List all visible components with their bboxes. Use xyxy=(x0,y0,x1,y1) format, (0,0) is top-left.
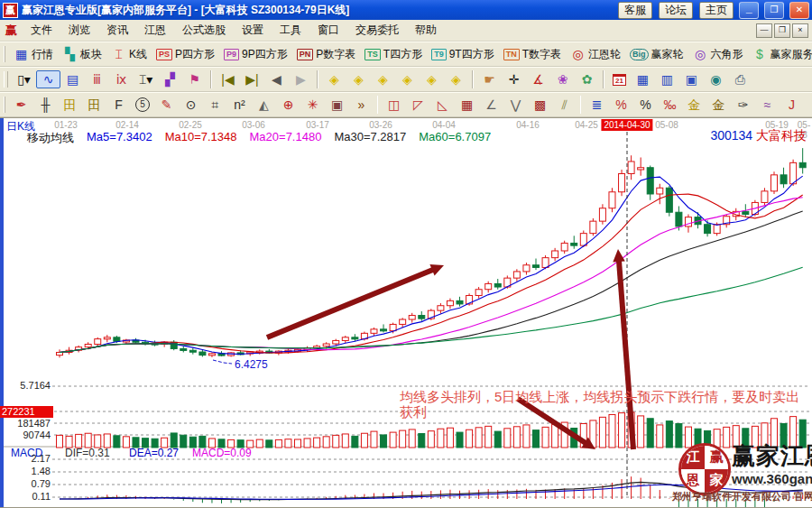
homepage-button[interactable]: 主页 xyxy=(699,2,734,19)
quotes-button[interactable]: ▦行情 xyxy=(9,45,58,64)
target-cross-button[interactable]: ⊕ xyxy=(276,96,300,114)
menu-gann[interactable]: 江恩 xyxy=(136,20,174,41)
sectors-button[interactable]: ▚板块 xyxy=(58,45,106,64)
info-list-button[interactable]: ▤ xyxy=(60,70,85,88)
9p-square-button[interactable]: P99P四方形 xyxy=(219,45,292,64)
v-line-button[interactable]: ⋁ xyxy=(503,96,528,114)
net-grid-button[interactable]: ▩ xyxy=(528,96,552,114)
compass-circle-button[interactable]: ⊙ xyxy=(179,96,203,114)
box-grid-button[interactable]: ▦ xyxy=(455,96,479,114)
box-fan-button[interactable]: ◺ xyxy=(430,96,455,114)
notepad-button[interactable]: ▥ xyxy=(655,70,679,88)
rail-tool-button[interactable]: ╫ xyxy=(33,96,58,114)
hexagon-button[interactable]: ◎六角形 xyxy=(688,45,748,64)
menu-tools[interactable]: 工具 xyxy=(272,20,309,41)
spiral-5-button[interactable]: 5 xyxy=(131,96,154,114)
ratio-table-button[interactable]: ≣ xyxy=(585,96,609,114)
wave-tool-button[interactable]: ≈ xyxy=(755,96,780,114)
toolbar-label: 行情 xyxy=(32,47,53,62)
color-flag-button[interactable]: ⚑ xyxy=(182,70,207,88)
expand-all-diamond-button[interactable]: ◈ xyxy=(420,70,444,88)
mdi-restore-button[interactable]: ❐ xyxy=(774,23,790,38)
fan-lines-button[interactable]: ◸ xyxy=(406,96,430,114)
prev-bar-button[interactable]: ◀ xyxy=(264,70,289,88)
menu-help[interactable]: 帮助 xyxy=(407,20,445,41)
pen-knife-button[interactable]: ✑ xyxy=(731,96,755,114)
parallel-lines-button[interactable]: ⫽ xyxy=(552,96,577,114)
gold-grid-1-button[interactable]: 田 xyxy=(58,96,82,114)
close-button[interactable]: ✕ xyxy=(789,2,809,19)
flower-tool-button[interactable]: ❀ xyxy=(550,70,575,88)
box-tool-button[interactable]: ◫ xyxy=(382,96,406,114)
brush-tool-button[interactable]: ✒ xyxy=(9,96,33,114)
printer-button[interactable]: ⎙ xyxy=(728,70,752,88)
first-bar-button[interactable]: |◀ xyxy=(216,70,240,88)
winner-wheel-button[interactable]: Big赢家轮 xyxy=(625,45,688,64)
angle-line-button[interactable]: ∠ xyxy=(479,96,503,114)
pattern-blocks-button[interactable]: ▞ xyxy=(158,70,182,88)
title-bar[interactable]: 赢 赢家江恩专业版[赢家内部服务平台] - [大富科技 SZ300134-79日… xyxy=(0,0,812,20)
hand-drag-button[interactable]: ☛ xyxy=(477,70,502,88)
menu-window[interactable]: 窗口 xyxy=(309,20,347,41)
permille-lines-button[interactable]: ‰ xyxy=(658,96,682,114)
next-bar-button[interactable]: ▶ xyxy=(289,70,313,88)
bars-9-button[interactable]: ⅸ xyxy=(109,70,134,88)
angle-sail-button[interactable]: ◭ xyxy=(252,96,276,114)
customer-service-button[interactable]: 客服 xyxy=(618,2,652,19)
percent-slash-button[interactable]: % xyxy=(609,96,633,114)
p-square-icon: PS xyxy=(156,49,172,60)
minimize-button[interactable]: ＿ xyxy=(739,2,759,19)
save-disk-button[interactable]: ▣ xyxy=(679,70,704,88)
crosshair-button[interactable]: ✛ xyxy=(502,70,526,88)
forum-button[interactable]: 论坛 xyxy=(659,2,693,19)
winner-service-button[interactable]: $赢家服务 xyxy=(748,45,812,64)
angle-measure-button[interactable]: ∡ xyxy=(526,70,550,88)
candle-style-button[interactable]: ▯▾ xyxy=(12,70,36,88)
menu-formula-stock-pick[interactable]: 公式选股 xyxy=(174,20,234,41)
f-angle-button[interactable]: F xyxy=(804,96,812,114)
f-grid-button[interactable]: F xyxy=(106,96,131,114)
bars-3-button[interactable]: ⅲ xyxy=(85,70,109,88)
web-save-button[interactable]: ◉ xyxy=(704,70,728,88)
zoom-left-diamond-button[interactable]: ◈ xyxy=(322,70,346,88)
weave-tool-button[interactable]: ✿ xyxy=(575,70,599,88)
gann-wheel-button[interactable]: ◎江恩轮 xyxy=(566,45,625,64)
t-square-button[interactable]: TST四方形 xyxy=(360,45,427,64)
candle-type-button[interactable]: ⌶▾ xyxy=(134,70,158,88)
move-diamond-button[interactable]: ◈ xyxy=(444,70,468,88)
winner-service-icon: $ xyxy=(752,47,768,61)
t-number-table-button[interactable]: TNT数字表 xyxy=(499,45,566,64)
menu-news[interactable]: 资讯 xyxy=(98,20,136,41)
last-bar-button[interactable]: ▶| xyxy=(240,70,264,88)
gold-lines-button[interactable]: 金 xyxy=(706,96,731,114)
more-chevron-button[interactable]: » xyxy=(349,96,374,114)
calculator-button[interactable]: ▦ xyxy=(631,70,655,88)
trend-curve-button[interactable]: ∿ xyxy=(36,70,60,88)
compress-diamond-button[interactable]: ◈ xyxy=(395,70,420,88)
p-square-button[interactable]: PSP四方形 xyxy=(152,45,219,64)
n-squared-button[interactable]: n² xyxy=(227,96,252,114)
star-burst-button[interactable]: ✳ xyxy=(300,96,325,114)
date-tick: 02-14 xyxy=(115,120,139,130)
expand-h-diamond-button[interactable]: ◈ xyxy=(371,70,395,88)
mdi-minimize-button[interactable]: — xyxy=(756,23,772,38)
scale-ruler-button[interactable]: ⌗ xyxy=(203,96,227,114)
mdi-close-button[interactable]: × xyxy=(792,23,808,38)
p-number-table-button[interactable]: PNP数字表 xyxy=(292,45,361,64)
pen-ruler-button[interactable]: ✎ xyxy=(154,96,179,114)
menu-settings[interactable]: 设置 xyxy=(234,20,272,41)
menu-browse[interactable]: 浏览 xyxy=(60,20,98,41)
zoom-right-diamond-button[interactable]: ◈ xyxy=(346,70,371,88)
maximize-button[interactable]: ❐ xyxy=(764,2,784,19)
calendar-button[interactable]: 21 xyxy=(608,72,631,88)
menu-file[interactable]: 文件 xyxy=(23,20,60,41)
kline-button[interactable]: ⌶K线 xyxy=(106,45,152,64)
9t-square-button[interactable]: T99T四方形 xyxy=(427,45,499,64)
menu-trade-entrust[interactable]: 交易委托 xyxy=(347,20,407,41)
gold-grid-2-button[interactable]: 田 xyxy=(82,96,106,114)
square-box-button[interactable]: ▣ xyxy=(325,96,349,114)
percent-button[interactable]: % xyxy=(633,96,658,114)
gold-circle-button[interactable]: 金 xyxy=(682,96,706,114)
app-logo-icon: 赢 xyxy=(3,3,18,18)
j-angle-button[interactable]: J xyxy=(780,96,804,114)
